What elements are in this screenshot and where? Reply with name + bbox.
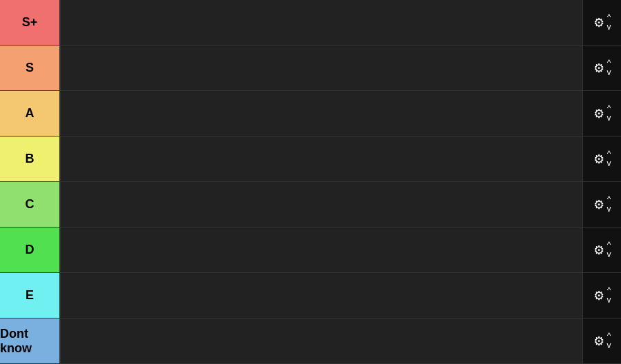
tier-controls-c: ⚙^v bbox=[583, 182, 621, 227]
gear-icon-s[interactable]: ⚙ bbox=[593, 61, 604, 76]
gear-icon-a[interactable]: ⚙ bbox=[593, 106, 604, 121]
tier-row-s: S⚙^v bbox=[0, 46, 621, 91]
down-arrow-s-plus[interactable]: v bbox=[607, 23, 611, 32]
tier-content-dont-know[interactable] bbox=[61, 318, 583, 363]
down-arrow-dont-know[interactable]: v bbox=[607, 341, 611, 350]
arrow-group-s: ^v bbox=[607, 59, 611, 77]
gear-icon-b[interactable]: ⚙ bbox=[593, 152, 604, 167]
up-arrow-s[interactable]: ^ bbox=[607, 59, 611, 68]
tier-label-dont-know: Dont know bbox=[0, 318, 61, 363]
gear-icon-c[interactable]: ⚙ bbox=[593, 197, 604, 212]
arrow-group-b: ^v bbox=[607, 150, 611, 168]
tier-row-e: E⚙^v bbox=[0, 273, 621, 318]
tier-row-a: A⚙^v bbox=[0, 91, 621, 136]
tier-row-dont-know: Dont know⚙^v bbox=[0, 318, 621, 364]
down-arrow-c[interactable]: v bbox=[607, 205, 611, 214]
tier-label-b: B bbox=[0, 136, 61, 181]
tier-content-d[interactable] bbox=[61, 228, 583, 272]
tier-row-d: D⚙^v bbox=[0, 228, 621, 273]
tier-list: S+⚙^vS⚙^vA⚙^vB⚙^vC⚙^vD⚙^vE⚙^vDont know⚙^… bbox=[0, 0, 621, 364]
up-arrow-dont-know[interactable]: ^ bbox=[607, 332, 611, 341]
tier-controls-dont-know: ⚙^v bbox=[583, 318, 621, 363]
tier-controls-s: ⚙^v bbox=[583, 46, 621, 90]
gear-icon-dont-know[interactable]: ⚙ bbox=[593, 334, 604, 349]
down-arrow-e[interactable]: v bbox=[607, 296, 611, 305]
tier-label-s-plus: S+ bbox=[0, 0, 61, 45]
tier-content-s-plus[interactable] bbox=[61, 0, 583, 45]
tier-controls-e: ⚙^v bbox=[583, 273, 621, 318]
tier-label-d: D bbox=[0, 228, 61, 272]
down-arrow-s[interactable]: v bbox=[607, 68, 611, 77]
arrow-group-dont-know: ^v bbox=[607, 332, 611, 350]
tier-label-a: A bbox=[0, 91, 61, 136]
tier-label-s: S bbox=[0, 46, 61, 90]
arrow-group-s-plus: ^v bbox=[607, 13, 611, 32]
arrow-group-c: ^v bbox=[607, 195, 611, 214]
tier-content-s[interactable] bbox=[61, 46, 583, 90]
up-arrow-c[interactable]: ^ bbox=[607, 195, 611, 204]
gear-icon-s-plus[interactable]: ⚙ bbox=[593, 15, 604, 30]
up-arrow-e[interactable]: ^ bbox=[607, 286, 611, 295]
tier-content-b[interactable] bbox=[61, 136, 583, 181]
arrow-group-a: ^v bbox=[607, 104, 611, 123]
tier-label-c: C bbox=[0, 182, 61, 227]
tier-controls-d: ⚙^v bbox=[583, 228, 621, 272]
tier-controls-s-plus: ⚙^v bbox=[583, 0, 621, 45]
arrow-group-d: ^v bbox=[607, 241, 611, 259]
down-arrow-a[interactable]: v bbox=[607, 114, 611, 123]
arrow-group-e: ^v bbox=[607, 286, 611, 305]
tier-row-b: B⚙^v bbox=[0, 136, 621, 182]
tier-row-c: C⚙^v bbox=[0, 182, 621, 228]
down-arrow-b[interactable]: v bbox=[607, 159, 611, 168]
up-arrow-b[interactable]: ^ bbox=[607, 150, 611, 159]
gear-icon-d[interactable]: ⚙ bbox=[593, 243, 604, 258]
tier-label-e: E bbox=[0, 273, 61, 318]
tier-row-s-plus: S+⚙^v bbox=[0, 0, 621, 46]
up-arrow-a[interactable]: ^ bbox=[607, 104, 611, 113]
tier-controls-b: ⚙^v bbox=[583, 136, 621, 181]
gear-icon-e[interactable]: ⚙ bbox=[593, 288, 604, 303]
up-arrow-s-plus[interactable]: ^ bbox=[607, 13, 611, 22]
down-arrow-d[interactable]: v bbox=[607, 250, 611, 259]
tier-controls-a: ⚙^v bbox=[583, 91, 621, 136]
up-arrow-d[interactable]: ^ bbox=[607, 241, 611, 250]
tier-content-c[interactable] bbox=[61, 182, 583, 227]
tier-content-a[interactable] bbox=[61, 91, 583, 136]
tier-content-e[interactable] bbox=[61, 273, 583, 318]
